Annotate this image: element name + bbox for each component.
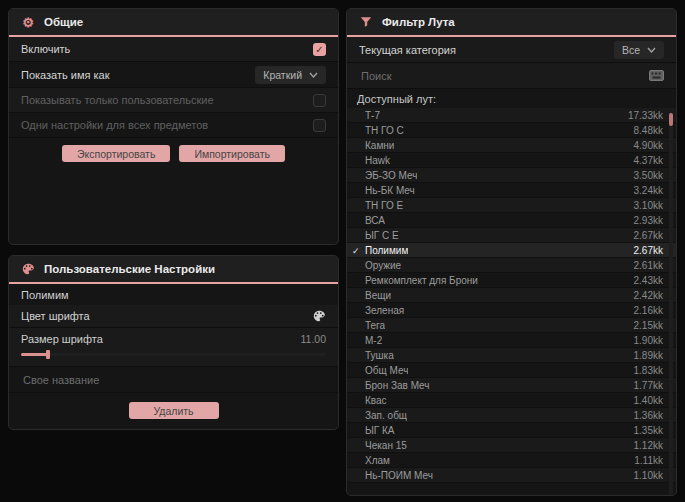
loot-list-item[interactable]: ✓ Нь-ПОИМ Меч 1.10kk [347, 468, 676, 483]
loot-list-item[interactable]: ✓ ЫГ КА 1.35kk [347, 423, 676, 438]
loot-item-name: Чекан 15 [365, 440, 407, 451]
loot-item-name: ЫГ С Е [365, 230, 399, 241]
loot-list-item[interactable]: ✓ Нь-БК Меч 3.24kk [347, 183, 676, 198]
font-color-label: Цвет шрифта [21, 310, 90, 322]
general-panel-header: ⚙ Общие [9, 9, 338, 37]
loot-list-item[interactable]: ✓ Ремкомплект для Брони 2.43kk [347, 273, 676, 288]
chevron-down-icon [647, 47, 656, 53]
same-settings-checkbox[interactable]: ✓ [313, 119, 326, 132]
loot-item-value: 3.24kk [634, 185, 663, 196]
loot-list-item[interactable]: ✓ Зап. общ 1.36kk [347, 408, 676, 423]
loot-list-item[interactable]: ✓ Хлам 1.11kk [347, 453, 676, 468]
loot-item-value: 2.93kk [634, 215, 663, 226]
loot-list-scrollbar[interactable] [669, 111, 673, 495]
category-dropdown-value: Все [622, 44, 640, 56]
font-size-slider[interactable] [21, 350, 326, 359]
search-row [347, 63, 676, 89]
loot-list-item[interactable]: ✓ Тега 2.15kk [347, 318, 676, 333]
show-name-label: Показать имя как [21, 69, 110, 81]
loot-list-item[interactable]: ✓ Оружие 2.61kk [347, 258, 676, 273]
loot-item-value: 1.77kk [634, 380, 663, 391]
loot-list-item[interactable]: ✓ Т-7 17.33kk [347, 108, 676, 123]
export-button[interactable]: Экспортировать [62, 145, 170, 162]
funnel-icon [359, 15, 373, 29]
custom-name-input[interactable] [21, 373, 326, 387]
loot-item-value: 1.11kk [634, 455, 663, 466]
loot-item-value: 1.35kk [634, 425, 663, 436]
loot-item-name: Т-7 [365, 110, 380, 121]
loot-item-value: 2.43kk [634, 275, 663, 286]
import-export-row: Экспортировать Импортировать [9, 138, 338, 168]
loot-list-item[interactable]: ✓ Квас 1.40kk [347, 393, 676, 408]
loot-list-item[interactable]: ✓ Зеленая 2.16kk [347, 303, 676, 318]
loot-item-value: 1.40kk [634, 395, 663, 406]
keyboard-icon[interactable] [649, 70, 664, 81]
loot-item-name: Зеленая [365, 305, 404, 316]
same-settings-label: Одни настройки для всех предметов [21, 119, 208, 131]
loot-item-name: ЫГ КА [365, 425, 395, 436]
loot-list-item[interactable]: ✓ Полимим 2.67kk [347, 243, 676, 258]
loot-item-name: Зап. общ [365, 410, 407, 421]
loot-item-name: Hawk [365, 155, 390, 166]
custom-name-row [9, 367, 338, 393]
gear-icon: ⚙ [21, 15, 35, 29]
loot-list-item[interactable]: ✓ Тушка 1.89kk [347, 348, 676, 363]
loot-list-item[interactable]: ✓ Hawk 4.37kk [347, 153, 676, 168]
loot-filter-panel: Фильтр Лута Текущая категория Все Доступ… [346, 8, 677, 496]
loot-list-item[interactable]: ✓ ТН ГО Е 3.10kk [347, 198, 676, 213]
filter-panel-title: Фильтр Лута [382, 16, 455, 28]
loot-item-value: 8.48kk [634, 125, 663, 136]
loot-list-item[interactable]: ✓ М-2 1.90kk [347, 333, 676, 348]
general-panel-title: Общие [44, 16, 83, 28]
loot-list: ✓ Т-7 17.33kk ✓ ТН ГО С 8.48kk ✓ Камни 4… [347, 108, 676, 496]
loot-item-value: 1.83kk [634, 365, 663, 376]
loot-list-item[interactable]: ✓ Вещи 2.42kk [347, 288, 676, 303]
font-size-row: Размер шрифта 11.00 [9, 328, 338, 367]
loot-list-item[interactable]: ✓ ВСА 2.93kk [347, 213, 676, 228]
search-input[interactable] [359, 69, 649, 83]
loot-item-name: Квас [365, 395, 387, 406]
color-palette-icon[interactable] [312, 309, 326, 323]
loot-item-name: ТН ГО Е [365, 200, 403, 211]
show-name-row: Показать имя как Краткий [9, 62, 338, 88]
custom-panel-header: Пользовательские Настройки [9, 256, 338, 284]
check-icon: ✓ [352, 243, 360, 258]
slider-handle[interactable] [46, 350, 50, 359]
category-dropdown[interactable]: Все [614, 41, 664, 59]
loot-list-item[interactable]: ✓ ЭБ-ЗО Меч 3.50kk [347, 168, 676, 183]
selected-item-name: Полимим [9, 284, 338, 305]
loot-list-item[interactable]: ✓ [347, 483, 676, 496]
loot-list-item[interactable]: ✓ ТН ГО С 8.48kk [347, 123, 676, 138]
filter-panel-header: Фильтр Лута [347, 9, 676, 37]
font-size-label: Размер шрифта [21, 333, 103, 345]
general-settings-panel: ⚙ Общие Включить ✓ Показать имя как Крат… [8, 8, 339, 245]
loot-item-name: М-2 [365, 335, 382, 346]
enable-row: Включить ✓ [9, 37, 338, 62]
loot-item-value: 2.16kk [634, 305, 663, 316]
import-button[interactable]: Импортировать [179, 145, 285, 162]
loot-item-value: 2.42kk [634, 290, 663, 301]
loot-item-name: Хлам [365, 455, 390, 466]
available-loot-label: Доступный лут: [347, 89, 676, 108]
loot-item-value: 2.67kk [634, 245, 663, 256]
loot-list-item[interactable]: ✓ ЫГ С Е 2.67kk [347, 228, 676, 243]
scrollbar-thumb[interactable] [669, 113, 673, 126]
loot-item-value: 2.61kk [634, 260, 663, 271]
only-custom-row: Показывать только пользовательские ✓ [9, 88, 338, 113]
loot-item-name: ВСА [365, 215, 385, 226]
category-label: Текущая категория [359, 44, 456, 56]
slider-track [21, 353, 326, 356]
loot-list-item[interactable]: ✓ Чекан 15 1.12kk [347, 438, 676, 453]
delete-button[interactable]: Удалить [129, 402, 219, 419]
only-custom-checkbox[interactable]: ✓ [313, 94, 326, 107]
enable-checkbox[interactable]: ✓ [313, 43, 326, 56]
loot-item-name: Ремкомплект для Брони [365, 275, 478, 286]
custom-settings-panel: Пользовательские Настройки Полимим Цвет … [8, 255, 339, 430]
loot-list-item[interactable]: ✓ Камни 4.90kk [347, 138, 676, 153]
loot-list-item[interactable]: ✓ Общ Меч 1.83kk [347, 363, 676, 378]
loot-item-name: Камни [365, 140, 394, 151]
loot-item-name: Оружие [365, 260, 401, 271]
loot-list-item[interactable]: ✓ Брон Зав Меч 1.77kk [347, 378, 676, 393]
show-name-dropdown[interactable]: Краткий [255, 66, 326, 84]
font-size-value: 11.00 [301, 333, 327, 345]
